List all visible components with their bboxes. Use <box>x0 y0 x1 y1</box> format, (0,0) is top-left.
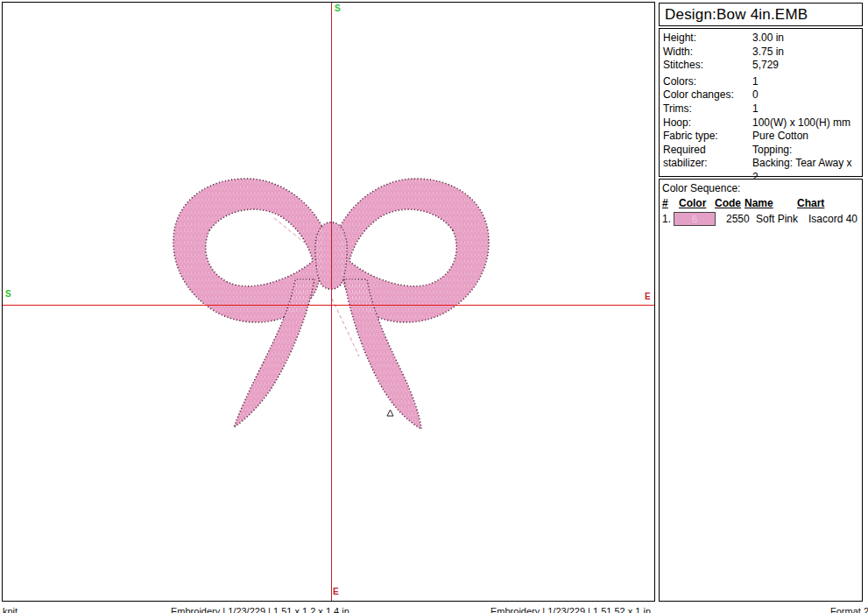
color-sequence-header: # Color Code Name Chart <box>662 197 860 210</box>
start-marker-top: S <box>335 4 341 13</box>
design-info-panel: Design:Bow 4in.EMB Height: 3.00 in Width… <box>659 3 863 602</box>
property-row-width: Width: 3.75 in <box>663 46 860 60</box>
start-marker-left: S <box>5 290 11 299</box>
end-marker-right: E <box>645 292 651 301</box>
property-row-hoop: Hoop: 100(W) x 100(H) mm <box>663 116 860 130</box>
crosshair-horizontal-axis <box>3 305 654 306</box>
status-bar: knit Embroidery | 1/23/229 | 1.51 x 1.2 … <box>0 606 868 613</box>
design-canvas[interactable]: S S E E <box>2 2 655 602</box>
end-marker-bottom: E <box>333 588 339 596</box>
status-fragment-right: Format 2.1 <box>830 606 868 613</box>
property-row-color-changes: Color changes: 0 <box>663 88 860 102</box>
stitch-end-triangle-marker <box>387 410 393 416</box>
property-row-height: Height: 3.00 in <box>663 32 860 46</box>
thread-color-swatch[interactable]: 6 <box>674 212 716 226</box>
bow-embroidery-design <box>3 3 654 601</box>
status-fragment-center1: Embroidery | 1/23/229 | 1.51 x 1.2 x 1.4… <box>171 606 349 613</box>
property-row-stitches: Stitches: 5,729 <box>663 59 860 73</box>
color-sequence-title: Color Sequence: <box>662 182 860 195</box>
color-sequence-panel: Color Sequence: # Color Code Name Chart … <box>659 179 863 602</box>
property-row-colors: Colors: 1 <box>663 75 860 89</box>
color-sequence-row[interactable]: 1. 6 2550 Soft Pink Isacord 40 <box>662 212 860 226</box>
design-title: Design:Bow 4in.EMB <box>659 3 863 26</box>
crosshair-vertical-axis <box>331 3 332 601</box>
status-fragment-left: knit <box>3 606 18 613</box>
design-properties: Height: 3.00 in Width: 3.75 in Stitches:… <box>659 28 863 177</box>
property-row-fabric: Fabric type: Pure Cotton <box>663 130 860 144</box>
status-fragment-center2: Embroidery | 1/23/229 | 1.51.52 x 1 in <box>490 606 651 613</box>
property-row-trims: Trims: 1 <box>663 102 860 116</box>
